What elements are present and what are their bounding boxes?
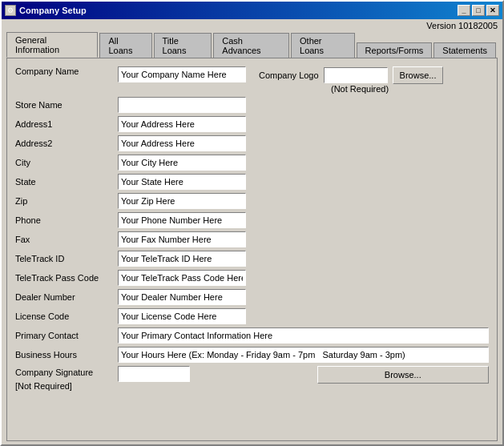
main-window: ⚙ Company Setup _ □ ✕ Version 10182005 G… [0,0,504,446]
address2-input[interactable] [118,135,246,151]
state-label: State [15,177,111,187]
license-code-label: License Code [15,311,111,321]
address1-input[interactable] [118,116,246,132]
primary-contact-input[interactable] [118,327,489,344]
maximize-button[interactable]: □ [472,5,485,16]
tabs-row: General Information All Loans Title Loan… [2,32,502,58]
tab-statements[interactable]: Statements [433,42,496,58]
teletrack-pass-input[interactable] [118,270,246,286]
title-buttons: _ □ ✕ [458,5,499,16]
city-label: City [15,158,111,167]
state-input[interactable] [118,174,246,190]
city-input[interactable] [118,155,246,171]
address1-label: Address1 [15,119,111,129]
fax-input[interactable] [118,231,246,247]
business-hours-label: Business Hours [15,350,111,360]
tab-cash-advances[interactable]: Cash Advances [213,33,289,58]
teletrack-id-input[interactable] [118,251,246,267]
tab-general-information[interactable]: General Information [6,32,98,58]
zip-input[interactable] [118,193,246,209]
company-name-input[interactable] [118,66,246,82]
content-area: Company Name Company Logo Browse... (Not… [6,58,498,441]
version-text: Version 10182005 [426,21,498,30]
fax-label: Fax [15,235,111,244]
primary-contact-label: Primary Contact [15,331,111,340]
address2-label: Address2 [15,139,111,148]
teletrack-pass-label: TeleTrack Pass Code [15,273,111,283]
dealer-number-label: Dealer Number [15,292,111,302]
signature-not-required: [Not Required] [15,381,72,391]
window-title: Company Setup [19,6,87,15]
phone-label: Phone [15,215,111,225]
window-icon: ⚙ [5,5,16,16]
title-bar: ⚙ Company Setup _ □ ✕ [2,2,502,19]
company-signature-browse-button[interactable]: Browse... [317,366,489,384]
company-logo-browse-button[interactable]: Browse... [393,66,444,84]
business-hours-input[interactable] [118,347,489,363]
store-name-label: Store Name [15,100,111,110]
company-signature-input[interactable] [118,366,190,382]
company-name-label: Company Name [15,66,111,76]
company-logo-input[interactable] [324,67,388,83]
tab-reports-forms[interactable]: Reports/Forms [357,42,433,58]
minimize-button[interactable]: _ [458,5,470,16]
phone-input[interactable] [118,212,246,228]
tab-title-loans[interactable]: Title Loans [154,33,212,58]
teletrack-id-label: TeleTrack ID [15,254,111,263]
title-bar-left: ⚙ Company Setup [5,5,87,16]
tab-all-loans[interactable]: All Loans [99,33,151,58]
company-logo-label: Company Logo [259,70,319,80]
tab-other-loans[interactable]: Other Loans [291,33,355,58]
logo-not-required-text: (Not Required) [259,84,389,94]
license-code-input[interactable] [118,308,246,324]
company-signature-label: Company Signature[Not Required] [15,366,111,392]
version-bar: Version 10182005 [2,19,502,32]
zip-label: Zip [15,196,111,206]
dealer-number-input[interactable] [118,289,246,305]
store-name-input[interactable] [118,97,246,113]
close-button[interactable]: ✕ [486,5,499,16]
